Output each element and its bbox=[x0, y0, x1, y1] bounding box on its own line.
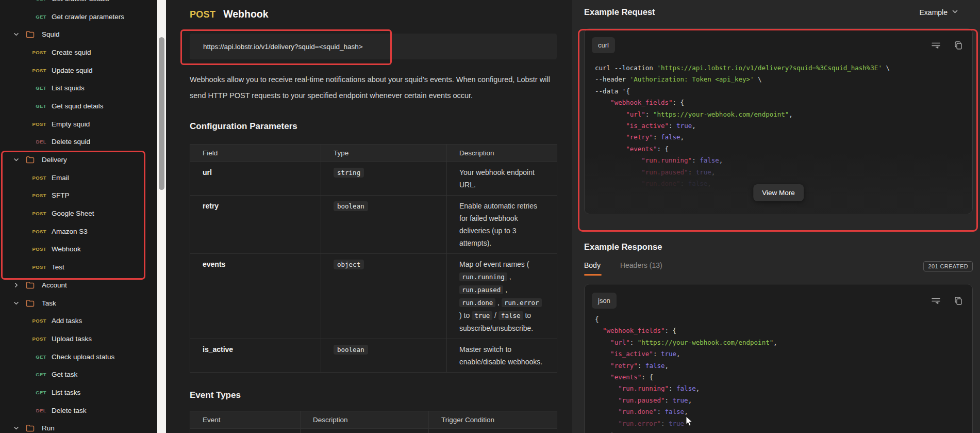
code-line: "run.running": false, bbox=[595, 383, 962, 394]
method-badge: POST bbox=[29, 50, 46, 55]
http-method-label: POST bbox=[190, 9, 215, 20]
sidebar-item-google-sheet[interactable]: POSTGoogle Sheet bbox=[0, 204, 157, 222]
code-line: "webhook_fields": { bbox=[595, 325, 962, 336]
table-row: run.runningRun is actively executingEmit… bbox=[190, 429, 557, 433]
method-badge: GET bbox=[29, 390, 46, 395]
code-line: --header 'Authorization: Token <api_key>… bbox=[595, 74, 962, 85]
inline-code: run.paused bbox=[459, 285, 503, 294]
endpoint-url: https://api.lobstr.io/v1/delivery?squid=… bbox=[203, 43, 363, 51]
event-name: run.running bbox=[190, 429, 301, 433]
status-badge: 201 CREATED bbox=[923, 261, 973, 271]
code-line: --data '{ bbox=[595, 86, 962, 97]
sidebar-item-sftp[interactable]: POSTSFTP bbox=[0, 187, 157, 205]
sidebar-item-label: Delete squid bbox=[52, 138, 90, 146]
type-chip: boolean bbox=[334, 345, 368, 355]
sidebar-scrollbar-track[interactable] bbox=[157, 0, 166, 433]
example-response-heading: Example Response bbox=[584, 242, 973, 252]
column-header: Description bbox=[301, 411, 429, 429]
field-name: retry bbox=[190, 196, 321, 254]
event-trigger: Emitted when a Squid run bbox=[429, 429, 557, 433]
sidebar-item-list-tasks[interactable]: GETList tasks bbox=[0, 383, 157, 402]
code-line: "run.paused": true, bbox=[595, 167, 962, 178]
sidebar-item-delete-task[interactable]: DELDelete task bbox=[0, 402, 157, 420]
sidebar-item-label: Delete task bbox=[52, 407, 87, 414]
chevron-down-icon[interactable] bbox=[12, 299, 20, 307]
code-line: "events": { bbox=[595, 143, 962, 155]
sidebar-item-label: Email bbox=[52, 174, 69, 182]
sidebar-item-add-tasks[interactable]: POSTAdd tasks bbox=[0, 312, 157, 330]
table-row: eventsobjectMap of event names ( run.run… bbox=[190, 254, 557, 339]
method-badge: GET bbox=[29, 354, 46, 360]
method-badge: POST bbox=[29, 246, 46, 252]
method-badge: GET bbox=[29, 14, 46, 20]
sidebar-item-get-task[interactable]: GETGet task bbox=[0, 365, 157, 383]
sidebar-item-amazon-s3[interactable]: POSTAmazon S3 bbox=[0, 222, 157, 240]
column-header: Trigger Condition bbox=[429, 411, 557, 429]
folder-icon bbox=[26, 424, 35, 432]
column-header: Type bbox=[321, 145, 447, 162]
chevron-down-icon[interactable] bbox=[12, 31, 20, 38]
field-description: Master switch to enable/disable webhooks… bbox=[447, 339, 557, 373]
sidebar-folder-label: Delivery bbox=[42, 156, 67, 164]
code-line: curl --location 'https://api.lobstr.io/v… bbox=[595, 62, 962, 74]
sidebar-item-get-crawler-details[interactable]: GETGet crawler details bbox=[0, 0, 157, 8]
column-header: Event bbox=[190, 411, 301, 429]
tab-headers[interactable]: Headers (13) bbox=[620, 261, 662, 276]
sidebar-item-list-squids[interactable]: GETList squids bbox=[0, 79, 157, 97]
sidebar-item-label: Get task bbox=[52, 371, 77, 378]
copy-icon[interactable] bbox=[954, 41, 963, 50]
example-language-dropdown[interactable]: Example bbox=[920, 8, 973, 17]
code-line: "is_active": true, bbox=[595, 120, 962, 132]
view-more-button-request[interactable]: View More bbox=[753, 184, 804, 201]
sidebar-item-get-crawler-parameters[interactable]: GETGet crawler parameters bbox=[0, 8, 157, 26]
sidebar-item-label: SFTP bbox=[52, 191, 70, 199]
sidebar-item-check-upload-status[interactable]: GETCheck upload status bbox=[0, 348, 157, 366]
field-name: is_active bbox=[190, 339, 321, 373]
sidebar-item-create-squid[interactable]: POSTCreate squid bbox=[0, 43, 157, 61]
chevron-right-icon[interactable] bbox=[12, 281, 20, 288]
sidebar-item-update-squid[interactable]: POSTUpdate squid bbox=[0, 61, 157, 79]
wrap-text-icon[interactable] bbox=[931, 296, 941, 305]
method-badge: DEL bbox=[29, 408, 46, 413]
sidebar-folder-task[interactable]: Task bbox=[0, 294, 157, 312]
sidebar-folder-delivery[interactable]: Delivery bbox=[0, 151, 157, 169]
type-chip: string bbox=[334, 168, 364, 178]
folder-icon bbox=[26, 299, 35, 307]
chevron-down-icon[interactable] bbox=[12, 425, 20, 432]
sidebar-item-label: Update squid bbox=[52, 67, 93, 74]
code-line: "url": "https://your-webhook.com/endpoin… bbox=[595, 337, 962, 348]
sidebar-scrollbar-thumb[interactable] bbox=[159, 37, 164, 190]
sidebar-item-label: Empty squid bbox=[52, 120, 90, 128]
method-badge: POST bbox=[29, 229, 46, 234]
field-type: boolean bbox=[321, 339, 447, 373]
method-badge: POST bbox=[29, 68, 46, 73]
field-description: Enable automatic retries for failed webh… bbox=[447, 196, 557, 254]
doc-content: POST Webhook https://api.lobstr.io/v1/de… bbox=[166, 0, 572, 433]
wrap-text-icon[interactable] bbox=[931, 41, 941, 50]
sidebar-item-test[interactable]: POSTTest bbox=[0, 258, 157, 276]
sidebar-item-empty-squid[interactable]: POSTEmpty squid bbox=[0, 115, 157, 133]
sidebar-item-upload-tasks[interactable]: POSTUpload tasks bbox=[0, 330, 157, 348]
copy-icon[interactable] bbox=[954, 296, 963, 306]
event-types-heading: Event Types bbox=[190, 390, 557, 400]
sidebar-item-delete-squid[interactable]: DELDelete squid bbox=[0, 133, 157, 151]
chevron-down-icon[interactable] bbox=[12, 156, 20, 164]
code-line: "is_active": true, bbox=[595, 348, 962, 360]
code-line: "run.error": true bbox=[595, 418, 962, 429]
sidebar-folder-account[interactable]: Account bbox=[0, 276, 157, 294]
sidebar-item-email[interactable]: POSTEmail bbox=[0, 169, 157, 187]
dropdown-value: Example bbox=[920, 8, 948, 17]
config-parameters-heading: Configuration Parameters bbox=[190, 121, 557, 132]
endpoint-title: POST Webhook bbox=[190, 8, 557, 20]
example-panel: Example Request Example curl curl --loca… bbox=[572, 0, 980, 433]
example-request-heading: Example Request bbox=[584, 7, 655, 17]
method-badge: POST bbox=[29, 211, 46, 216]
field-name: url bbox=[190, 162, 321, 196]
endpoint-description: Webhooks allow you to receive real-time … bbox=[190, 72, 557, 104]
sidebar-item-webhook[interactable]: POSTWebhook bbox=[0, 240, 157, 259]
sidebar-folder-squid[interactable]: Squid bbox=[0, 25, 157, 43]
sidebar-folder-run[interactable]: Run bbox=[0, 420, 157, 433]
tab-body[interactable]: Body bbox=[584, 261, 601, 276]
field-description: Map of event names ( run.running , run.p… bbox=[447, 254, 557, 339]
sidebar-item-get-squid-details[interactable]: GETGet squid details bbox=[0, 97, 157, 115]
